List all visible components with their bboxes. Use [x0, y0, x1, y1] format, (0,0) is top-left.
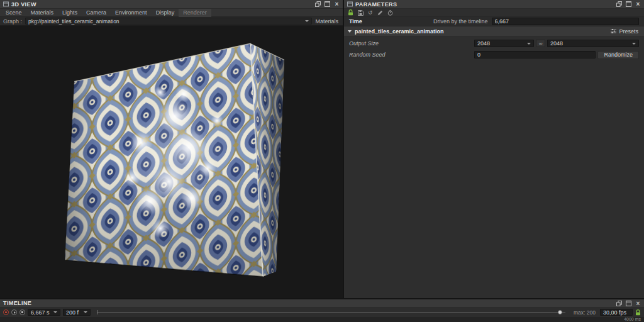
output-width-value: 2048 — [477, 40, 490, 47]
timeline-start-tick — [97, 310, 97, 314]
float-panel-icon[interactable] — [616, 301, 622, 306]
materials-menu[interactable]: Materials — [315, 18, 340, 25]
timeline-scrubber[interactable] — [97, 308, 565, 316]
timeline-controls: 6,667 s 200 f max: 200 30,00 fps — [0, 308, 644, 317]
timeline-title: TIMELINE — [3, 300, 31, 306]
graph-label: Graph : — [3, 18, 22, 25]
random-seed-row: Random Seed Randomize — [344, 50, 644, 59]
timeline-frames-value: 200 f — [66, 309, 79, 316]
3d-view-window-controls: × — [315, 1, 340, 7]
timeline-time-field[interactable]: 6,667 s — [28, 309, 60, 316]
graph-combobox-value: pkg://painted_tiles_ceramic_animation — [28, 18, 303, 25]
timeline-panel-header[interactable]: TIMELINE × — [0, 299, 644, 308]
timeline-window-controls: × — [616, 301, 641, 306]
graph-section-header[interactable]: painted_tiles_ceramic_animation Presets — [344, 26, 644, 36]
timeline-time-value: 6,667 s — [31, 309, 50, 316]
float-panel-icon[interactable] — [616, 1, 622, 7]
undo-icon[interactable]: ↺ — [368, 9, 373, 16]
main-area: 3D VIEW × Scene Materials Lights Camera … — [0, 0, 644, 298]
chevron-down-icon — [527, 43, 531, 45]
chevron-down-icon — [305, 20, 309, 22]
chevron-down-icon — [53, 311, 57, 313]
graph-section-title: painted_tiles_ceramic_animation — [355, 28, 444, 35]
menu-camera[interactable]: Camera — [82, 9, 111, 17]
time-parameter-row: Time Driven by the timeline — [344, 17, 644, 26]
maximize-panel-icon[interactable] — [626, 1, 631, 7]
presets-icon — [611, 28, 616, 34]
presets-label: Presets — [619, 28, 638, 35]
parameters-title: PARAMETERS — [355, 1, 397, 8]
output-size-label: Output Size — [349, 40, 472, 47]
parameters-panel-icon — [347, 1, 353, 8]
close-panel-icon[interactable]: × — [635, 301, 641, 306]
menu-scene[interactable]: Scene — [1, 9, 26, 17]
menu-lights[interactable]: Lights — [58, 9, 82, 17]
fps-field[interactable]: 30,00 fps — [600, 309, 633, 316]
menu-materials[interactable]: Materials — [26, 9, 58, 17]
3d-view-title: 3D VIEW — [11, 1, 36, 8]
output-height-dropdown[interactable]: 2048 — [547, 40, 639, 47]
output-width-dropdown[interactable]: 2048 — [474, 40, 534, 47]
lock-icon[interactable] — [348, 9, 353, 16]
random-seed-input[interactable] — [474, 51, 596, 58]
randomize-button[interactable]: Randomize — [597, 51, 639, 59]
application-window: 3D VIEW × Scene Materials Lights Camera … — [0, 0, 644, 322]
3d-view-menubar: Scene Materials Lights Camera Environmen… — [0, 9, 343, 17]
parameters-window-controls: × — [616, 1, 641, 7]
time-label: Time — [349, 18, 430, 25]
float-panel-icon[interactable] — [315, 1, 321, 7]
timeline-frames-field[interactable]: 200 f — [63, 309, 91, 316]
presets-button[interactable]: Presets — [609, 28, 640, 35]
close-panel-icon[interactable]: × — [334, 1, 340, 7]
3d-view-panel: 3D VIEW × Scene Materials Lights Camera … — [0, 0, 343, 298]
fps-value: 30,00 fps — [603, 309, 626, 316]
maximize-panel-icon[interactable] — [325, 1, 330, 7]
maximize-panel-icon[interactable] — [626, 301, 631, 306]
menu-display[interactable]: Display — [152, 9, 179, 17]
graph-selector-row: Graph : pkg://painted_tiles_ceramic_anim… — [0, 17, 343, 26]
playhead-handle[interactable] — [558, 310, 562, 314]
parameters-panel: PARAMETERS × ↺ — [344, 0, 644, 298]
time-driven-label: Driven by the timeline — [433, 18, 488, 25]
timeline-panel: TIMELINE × 6,667 s 200 f max — [0, 298, 644, 322]
collapse-chevron-icon[interactable] — [348, 30, 352, 33]
pencil-icon[interactable] — [377, 9, 383, 16]
save-icon[interactable] — [358, 9, 364, 16]
random-seed-label: Random Seed — [349, 52, 472, 58]
stop-button[interactable] — [19, 309, 25, 315]
3d-viewport[interactable] — [0, 26, 343, 298]
link-sizes-button[interactable]: ∞ — [536, 40, 545, 47]
output-size-row: Output Size 2048 ∞ 2048 — [344, 39, 644, 48]
play-button[interactable] — [11, 309, 17, 315]
tiled-cube-render — [0, 26, 343, 298]
graph-combobox[interactable]: pkg://painted_tiles_ceramic_animation — [25, 18, 312, 25]
3d-view-panel-icon — [3, 1, 9, 8]
chevron-down-icon — [84, 311, 87, 313]
parameters-empty-area — [344, 59, 644, 298]
clock-icon[interactable] — [387, 9, 393, 16]
output-height-value: 2048 — [550, 40, 563, 47]
lock-icon[interactable] — [635, 309, 641, 316]
parameters-toolbar: ↺ — [344, 9, 644, 17]
timeline-max-label: max: 200 — [574, 309, 596, 316]
record-button[interactable] — [3, 309, 9, 315]
timeline-footer: 4000 ms — [0, 317, 644, 322]
chevron-down-icon — [632, 43, 636, 45]
menu-renderer[interactable]: Renderer — [179, 9, 211, 17]
3d-view-panel-header[interactable]: 3D VIEW × — [0, 0, 343, 9]
menu-environment[interactable]: Environment — [111, 9, 152, 17]
timeline-duration-label: 4000 ms — [624, 317, 641, 322]
parameters-panel-header[interactable]: PARAMETERS × — [344, 0, 644, 9]
close-panel-icon[interactable]: × — [635, 1, 641, 7]
time-value-input[interactable] — [492, 18, 639, 25]
